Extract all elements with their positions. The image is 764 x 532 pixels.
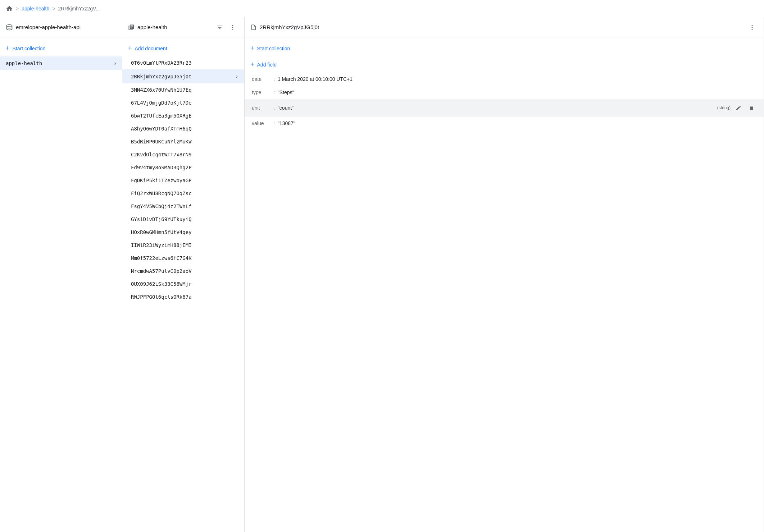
add-document-label: Add document	[135, 46, 167, 51]
svg-point-2	[232, 28, 233, 29]
add-field-label: Add field	[257, 62, 277, 68]
document-list-item[interactable]: Fd9V4tmy8oSMAD3Qhg2P	[122, 161, 244, 174]
document-list-item[interactable]: C2KvdOlcq4tWTT7x8rN9	[122, 148, 244, 161]
document-id-label: FgDKiP5ki1TZezwoyaGP	[131, 178, 238, 183]
right-panel-actions	[746, 22, 758, 33]
breadcrumb-current: 2RRkjmhYxz2gV...	[58, 6, 100, 12]
document-id-label: 0T6vOLmYtPRxDA23Rr23	[131, 60, 238, 66]
middle-panel-actions	[214, 22, 238, 33]
right-panel: 2RRkjmhYxz2gVpJG5j0t + Start collection …	[245, 17, 764, 532]
field-value: "count"	[278, 105, 294, 111]
chevron-right-icon: ›	[114, 60, 116, 66]
right-panel-title: 2RRkjmhYxz2gVpJG5j0t	[260, 24, 743, 30]
field-key: type	[252, 90, 273, 95]
breadcrumb-link-1[interactable]: apple-health	[22, 6, 49, 12]
document-list-item[interactable]: FiQ2rxWU8RcgNQ70qZsc	[122, 187, 244, 200]
svg-point-4	[752, 27, 753, 28]
middle-panel-header: apple-health	[122, 17, 244, 37]
field-key: value	[252, 120, 273, 126]
more-options-right-button[interactable]	[746, 22, 758, 33]
start-collection-button[interactable]: + Start collection	[0, 40, 122, 56]
document-list-item[interactable]: 0T6vOLmYtPRxDA23Rr23	[122, 56, 244, 69]
document-id-label: 2RRkjmhYxz2gVpJG5j0t	[131, 74, 235, 79]
delete-field-button[interactable]	[746, 103, 756, 113]
field-colon: :	[273, 105, 275, 111]
filter-icon-button[interactable]	[214, 22, 226, 33]
field-value: 1 March 2020 at 00:10:00 UTC+1	[278, 76, 353, 82]
plus-icon-left: +	[6, 45, 10, 52]
right-panel-body: + Start collection + Add field date:1 Ma…	[245, 37, 764, 532]
field-list: date:1 March 2020 at 00:10:00 UTC+1type:…	[245, 73, 764, 130]
document-list-item[interactable]: B5dRiRP0UKCuNYlzMuKW	[122, 135, 244, 148]
document-list-item[interactable]: OUX09J62LSk33C58WMjr	[122, 278, 244, 290]
document-list-item[interactable]: HOxR0wGMHmn5fUtV4qey	[122, 226, 244, 239]
left-panel-body: + Start collection apple-health ›	[0, 37, 122, 532]
document-list-item[interactable]: 3MN4ZX6x70UYwNh1U7Eq	[122, 83, 244, 96]
middle-panel-body: + Add document 0T6vOLmYtPRxDA23Rr232RRkj…	[122, 37, 244, 532]
document-list-item[interactable]: Mm0f5722eLzws6fC7G4K	[122, 252, 244, 265]
field-key: date	[252, 76, 273, 82]
more-options-middle-button[interactable]	[227, 22, 238, 33]
document-id-label: A8hyO6wYDT0afXTmH6qQ	[131, 126, 238, 132]
field-row: date:1 March 2020 at 00:10:00 UTC+1	[245, 73, 764, 86]
document-id-label: GYs1D1vDTj69YUTkuyiQ	[131, 216, 238, 222]
document-id-label: HOxR0wGMHmn5fUtV4qey	[131, 229, 238, 235]
document-id-label: Fd9V4tmy8oSMAD3Qhg2P	[131, 165, 238, 170]
start-collection-right-button[interactable]: + Start collection	[245, 40, 764, 56]
document-id-label: RWJPFPGOt6qclsORk67a	[131, 294, 238, 300]
document-id-label: FiQ2rxWU8RcgNQ70qZsc	[131, 191, 238, 196]
document-list-item[interactable]: IIWlR23iWyzimH88jEMI	[122, 239, 244, 252]
field-type-badge: (string)	[717, 105, 731, 110]
field-row: type:"Steps"	[245, 86, 764, 99]
svg-point-1	[232, 27, 233, 28]
add-field-button[interactable]: + Add field	[245, 56, 764, 73]
field-value: "13087"	[278, 120, 295, 126]
document-id-label: IIWlR23iWyzimH88jEMI	[131, 242, 238, 248]
middle-panel-title: apple-health	[137, 24, 211, 30]
collection-item-apple-health[interactable]: apple-health ›	[0, 56, 122, 70]
document-id-label: Mm0f5722eLzws6fC7G4K	[131, 255, 238, 261]
collection-item-label: apple-health	[6, 60, 114, 66]
home-icon[interactable]	[6, 5, 13, 12]
document-list-item[interactable]: FsgY4V5WCbQj4z2TWnLf	[122, 200, 244, 213]
plus-icon-right-field: +	[250, 61, 254, 68]
document-list-item[interactable]: 2RRkjmhYxz2gVpJG5j0t›	[122, 69, 244, 83]
document-list: 0T6vOLmYtPRxDA23Rr232RRkjmhYxz2gVpJG5j0t…	[122, 56, 244, 303]
plus-icon-middle: +	[128, 45, 132, 52]
breadcrumb-bar: > apple-health > 2RRkjmhYxz2gV...	[0, 0, 764, 17]
document-id-label: FsgY4V5WCbQj4z2TWnLf	[131, 203, 238, 209]
field-colon: :	[273, 90, 275, 95]
field-key: unit	[252, 105, 273, 111]
document-id-label: 67L4VjOmjgDd7oKjl7De	[131, 100, 238, 106]
left-panel-header: emreloper-apple-health-api	[0, 17, 122, 37]
document-id-label: 3MN4ZX6x70UYwNh1U7Eq	[131, 87, 238, 93]
document-list-item[interactable]: NrcmdwA57PulvC0p2aoV	[122, 265, 244, 278]
document-id-label: NrcmdwA57PulvC0p2aoV	[131, 268, 238, 274]
field-colon: :	[273, 76, 275, 82]
field-actions: (string)	[717, 103, 756, 113]
field-value: "Steps"	[278, 90, 294, 95]
database-icon	[6, 24, 13, 31]
right-panel-header: 2RRkjmhYxz2gVpJG5j0t	[245, 17, 764, 37]
main-content: emreloper-apple-health-api + Start colle…	[0, 17, 764, 532]
document-list-item[interactable]: FgDKiP5ki1TZezwoyaGP	[122, 174, 244, 187]
svg-point-0	[232, 25, 233, 26]
svg-point-3	[752, 25, 753, 26]
document-list-item[interactable]: 6bwT2TUfcEa3gm5OXRgE	[122, 109, 244, 122]
start-collection-label: Start collection	[13, 46, 46, 51]
add-document-button[interactable]: + Add document	[122, 40, 244, 56]
breadcrumb-sep-2: >	[52, 6, 55, 12]
chevron-right-icon: ›	[235, 73, 238, 80]
field-colon: :	[273, 120, 275, 126]
document-list-item[interactable]: 67L4VjOmjgDd7oKjl7De	[122, 96, 244, 109]
edit-field-button[interactable]	[733, 103, 743, 113]
field-row: value:"13087"	[245, 117, 764, 130]
document-id-label: C2KvdOlcq4tWTT7x8rN9	[131, 152, 238, 157]
middle-panel: apple-health + Add document 0T6vOLmYtPRx…	[122, 17, 245, 532]
breadcrumb-sep-1: >	[16, 6, 19, 12]
start-collection-right-label: Start collection	[257, 46, 290, 51]
document-list-item[interactable]: RWJPFPGOt6qclsORk67a	[122, 290, 244, 303]
plus-icon-right-collection: +	[250, 45, 254, 52]
document-list-item[interactable]: GYs1D1vDTj69YUTkuyiQ	[122, 213, 244, 226]
document-list-item[interactable]: A8hyO6wYDT0afXTmH6qQ	[122, 122, 244, 135]
